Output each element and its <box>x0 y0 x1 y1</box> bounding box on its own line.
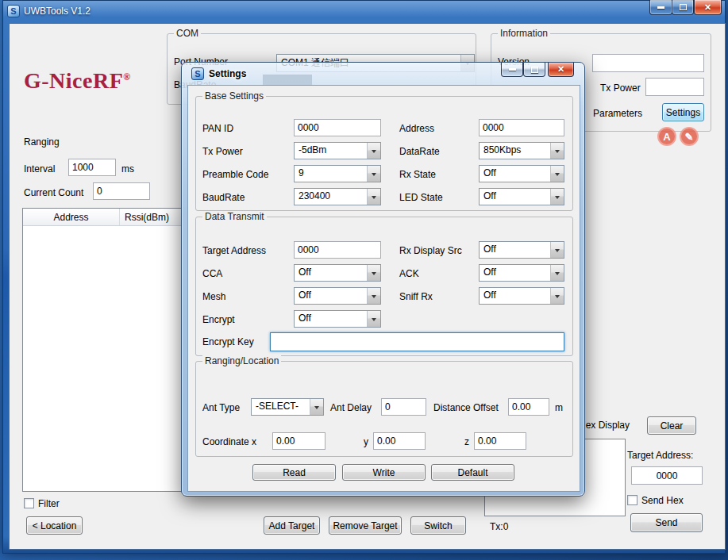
chevron-down-icon[interactable] <box>550 143 564 159</box>
app-icon-letter: S <box>10 6 16 16</box>
dialog-minimize-icon <box>509 68 516 71</box>
read-button-label: Read <box>283 467 306 478</box>
maximize-button[interactable] <box>672 0 694 15</box>
remove-target-label: Remove Target <box>333 520 397 531</box>
edit-icon[interactable]: ✎ <box>680 127 699 146</box>
annotation-badge-icon[interactable]: A <box>657 127 676 146</box>
switch-button[interactable]: Switch <box>410 516 466 535</box>
window-title: UWBTools V1.2 <box>24 6 91 17</box>
version-field[interactable] <box>592 54 704 72</box>
dialog-maximize-button[interactable] <box>523 63 545 77</box>
read-button[interactable]: Read <box>252 464 336 481</box>
current-count-field[interactable] <box>93 182 150 200</box>
dialog-title: Settings <box>209 68 246 79</box>
ant-type-select[interactable]: -SELECT- <box>251 398 324 416</box>
dlg-tx-power-label: Tx Power <box>202 146 243 157</box>
add-target-button[interactable]: Add Target <box>264 516 320 535</box>
encrypt-select[interactable]: Off <box>294 310 381 328</box>
coordinate-x-field[interactable] <box>272 432 325 450</box>
target-address-field[interactable] <box>631 466 703 485</box>
sniff-rx-select[interactable]: Off <box>479 287 564 305</box>
sniff-rx-label: Sniff Rx <box>399 291 433 302</box>
column-header-address[interactable]: Address <box>23 209 120 225</box>
clear-button[interactable]: Clear <box>647 416 696 435</box>
send-button[interactable]: Send <box>630 513 703 532</box>
interval-label: Interval <box>24 163 55 175</box>
chevron-down-icon[interactable] <box>310 399 323 415</box>
base-settings-title: Base Settings <box>202 90 266 102</box>
coordinate-z-field[interactable] <box>474 432 526 450</box>
app-icon: S <box>7 5 20 17</box>
registered-mark: ® <box>123 71 130 82</box>
coordinate-y-field[interactable] <box>373 432 426 450</box>
ack-value: Off <box>480 265 550 281</box>
pan-id-label: PAN ID <box>202 123 233 134</box>
chevron-down-icon[interactable] <box>367 288 380 304</box>
brand-logo-text: G-NiceRF <box>24 68 123 93</box>
data-transmit-group: Data Transmit Target Address Rx Display … <box>195 217 573 356</box>
chevron-down-icon[interactable] <box>550 288 564 304</box>
datarate-select[interactable]: 850Kbps <box>479 142 564 159</box>
led-state-value: Off <box>480 189 550 205</box>
chevron-down-icon[interactable] <box>550 189 564 205</box>
settings-button-label: Settings <box>666 107 700 118</box>
parameters-label: Parameters <box>593 108 642 119</box>
address-field[interactable] <box>479 119 564 136</box>
write-button[interactable]: Write <box>342 464 426 481</box>
settings-dialog: S Settings ✕ Base Settings PAN ID Addres… <box>181 62 585 497</box>
chevron-down-icon[interactable] <box>367 265 380 281</box>
default-button[interactable]: Default <box>431 464 514 481</box>
chevron-down-icon[interactable] <box>367 189 380 205</box>
dialog-icon-letter: S <box>195 69 200 79</box>
chevron-down-icon[interactable] <box>367 311 380 327</box>
interval-field[interactable] <box>68 159 116 176</box>
location-button[interactable]: < Location <box>26 516 83 535</box>
remove-target-button[interactable]: Remove Target <box>329 516 402 535</box>
dlg-target-address-field[interactable] <box>294 241 381 259</box>
dialog-close-button[interactable]: ✕ <box>548 63 574 77</box>
ant-type-label: Ant Type <box>202 402 240 413</box>
chevron-down-icon[interactable] <box>550 166 564 182</box>
cca-select[interactable]: Off <box>294 264 381 282</box>
close-button[interactable]: ✕ <box>694 0 722 15</box>
pan-id-field[interactable] <box>294 119 381 136</box>
chevron-down-icon[interactable] <box>367 166 380 182</box>
encrypt-key-field[interactable] <box>270 332 564 351</box>
ack-label: ACK <box>399 268 419 279</box>
data-transmit-title: Data Transmit <box>202 211 267 222</box>
encrypt-label: Encrypt <box>202 314 235 325</box>
send-hex-label: Send Hex <box>641 495 684 506</box>
ant-delay-field[interactable] <box>381 398 426 416</box>
preamble-code-select[interactable]: 9 <box>294 165 381 182</box>
preamble-code-value: 9 <box>295 166 367 182</box>
rx-display-src-select[interactable]: Off <box>479 241 564 259</box>
encrypt-value: Off <box>295 311 367 327</box>
base-settings-group: Base Settings PAN ID Address Tx Power -5… <box>195 96 573 211</box>
coordinate-y-label: y <box>364 436 368 447</box>
distance-offset-label: Distance Offset <box>433 402 499 413</box>
distance-offset-field[interactable] <box>508 398 549 416</box>
interval-unit-label: ms <box>121 163 134 175</box>
dialog-minimize-button[interactable] <box>501 63 523 77</box>
filter-checkbox[interactable] <box>24 498 34 508</box>
dlg-target-address-label: Target Address <box>202 245 266 256</box>
settings-dialog-icon: S <box>191 67 204 80</box>
mesh-select[interactable]: Off <box>294 287 381 305</box>
ack-select[interactable]: Off <box>479 264 564 282</box>
chevron-down-icon[interactable] <box>550 265 564 281</box>
minimize-button[interactable] <box>649 0 672 15</box>
led-state-select[interactable]: Off <box>479 188 564 205</box>
chevron-down-icon[interactable] <box>550 242 564 258</box>
ranging-section-title: Ranging <box>24 136 60 148</box>
baudrate-select[interactable]: 230400 <box>294 188 381 205</box>
rx-state-select[interactable]: Off <box>479 165 564 182</box>
tx-power-select[interactable]: -5dBm <box>294 142 381 159</box>
settings-button[interactable]: Settings <box>662 103 704 121</box>
preamble-code-label: Preamble Code <box>202 169 268 180</box>
tx-power-value: -5dBm <box>295 143 367 159</box>
tx-power-field[interactable] <box>645 78 704 96</box>
clear-button-label: Clear <box>661 420 684 432</box>
sniff-rx-value: Off <box>480 288 550 304</box>
chevron-down-icon[interactable] <box>367 143 380 159</box>
send-hex-checkbox[interactable] <box>627 495 637 505</box>
